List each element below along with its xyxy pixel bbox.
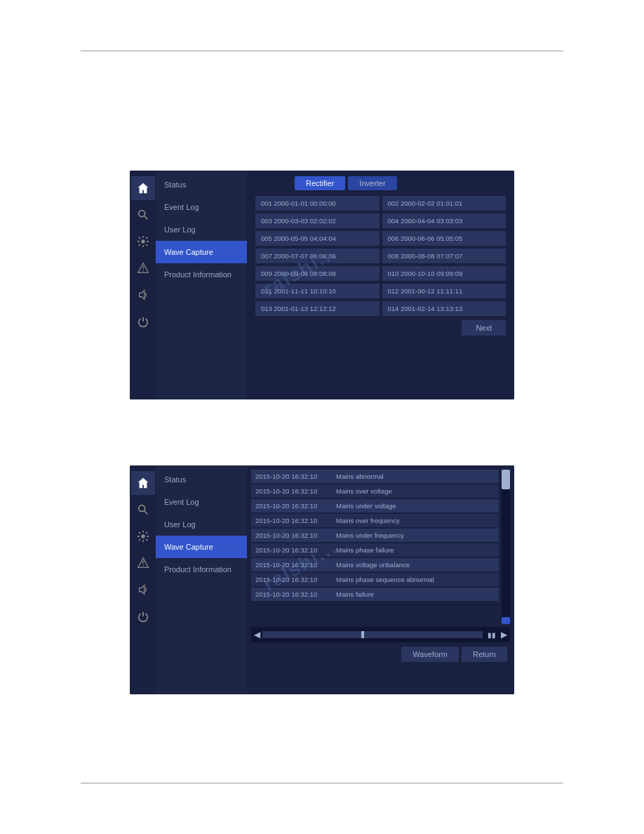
event-row-2[interactable]: 2015-10-20 16:32:10 Mains under voltage bbox=[251, 499, 499, 512]
sidebar-icon-volume-b[interactable] bbox=[131, 578, 155, 602]
event-time-8: 2015-10-20 16:32:10 bbox=[255, 590, 336, 598]
main-content-bottom: 2015-10-20 16:32:10 Mains abnormal 2015-… bbox=[247, 465, 514, 694]
event-row-1[interactable]: 2015-10-20 16:32:10 Mains over voltage bbox=[251, 484, 499, 498]
progress-right-arrow[interactable]: ▶ bbox=[501, 630, 507, 640]
nav-item-userlog-b[interactable]: User Log bbox=[156, 513, 247, 536]
date-btn-3[interactable]: 004 2000-04-04 03:03:03 bbox=[382, 213, 507, 228]
svg-marker-3 bbox=[139, 291, 144, 300]
nav-item-productinfo[interactable]: Product Information bbox=[156, 263, 247, 286]
progress-indicator bbox=[361, 631, 364, 638]
power-icon bbox=[137, 315, 149, 328]
sidebar-icon-volume[interactable] bbox=[131, 283, 155, 307]
search-icon-b bbox=[137, 503, 149, 516]
top-line bbox=[81, 51, 563, 51]
panel-top: Status Event Log User Log Wave Capture P… bbox=[130, 171, 514, 399]
event-time-1: 2015-10-20 16:32:10 bbox=[255, 487, 336, 495]
progress-bar[interactable] bbox=[262, 631, 483, 638]
svg-marker-7 bbox=[139, 585, 144, 595]
date-btn-7[interactable]: 008 2000-08-08 07:07:07 bbox=[382, 249, 507, 263]
return-button[interactable]: Return bbox=[462, 647, 507, 662]
svg-line-1 bbox=[144, 216, 147, 220]
nav-item-status-b[interactable]: Status bbox=[156, 468, 247, 491]
search-icon bbox=[137, 208, 149, 221]
event-time-2: 2015-10-20 16:32:10 bbox=[255, 502, 336, 510]
panel-bottom: Status Event Log User Log Wave Capture P… bbox=[130, 465, 514, 694]
sidebar-icon-search[interactable] bbox=[131, 203, 155, 227]
event-desc-8: Mains failure bbox=[336, 590, 374, 598]
event-row-7[interactable]: 2015-10-20 16:32:10 Mains phase sequence… bbox=[251, 573, 499, 586]
tab-row: Rectifier Inverter bbox=[253, 176, 509, 190]
date-btn-0[interactable]: 001 2000-01-01 00:00:00 bbox=[255, 196, 380, 211]
nav-item-status[interactable]: Status bbox=[156, 173, 247, 196]
volume-icon-b bbox=[137, 583, 149, 596]
nav-item-eventlog[interactable]: Event Log bbox=[156, 196, 247, 218]
nav-menu-top: Status Event Log User Log Wave Capture P… bbox=[156, 171, 247, 399]
event-desc-4: Mains under frequency bbox=[336, 531, 404, 539]
event-list-wrapper: 2015-10-20 16:32:10 Mains abnormal 2015-… bbox=[251, 470, 499, 624]
svg-point-0 bbox=[138, 211, 145, 217]
event-time-5: 2015-10-20 16:32:10 bbox=[255, 546, 336, 554]
home-icon-b bbox=[137, 477, 149, 489]
event-row-4[interactable]: 2015-10-20 16:32:10 Mains under frequenc… bbox=[251, 529, 499, 542]
alert-icon bbox=[137, 262, 149, 274]
nav-item-eventlog-b[interactable]: Event Log bbox=[156, 491, 247, 513]
event-desc-0: Mains abnormal bbox=[336, 472, 384, 480]
main-content-top: Rectifier Inverter 001 2000-01-01 00:00:… bbox=[247, 171, 514, 399]
event-row-8[interactable]: 2015-10-20 16:32:10 Mains failure bbox=[251, 588, 499, 601]
date-btn-9[interactable]: 010 2000-10-10 09:09:09 bbox=[382, 266, 507, 281]
event-row-5[interactable]: 2015-10-20 16:32:10 Mains phase failure bbox=[251, 543, 499, 557]
nav-item-wavecapture[interactable]: Wave Capture bbox=[156, 241, 247, 263]
sidebar-icon-search-b[interactable] bbox=[131, 498, 155, 522]
event-row-3[interactable]: 2015-10-20 16:32:10 Mains over frequency bbox=[251, 514, 499, 527]
progress-area: ◀ ▮▮ ▶ bbox=[251, 627, 510, 642]
home-icon bbox=[137, 182, 149, 194]
page-container: Status Event Log User Log Wave Capture P… bbox=[0, 0, 644, 834]
progress-left-arrow[interactable]: ◀ bbox=[254, 630, 260, 640]
event-desc-5: Mains phase failure bbox=[336, 546, 394, 554]
sidebar-bottom bbox=[130, 465, 156, 694]
date-btn-11[interactable]: 012 2001-00-12 11:11:11 bbox=[382, 284, 507, 298]
gear-icon bbox=[137, 235, 149, 248]
sidebar-icon-alert-b[interactable] bbox=[131, 551, 155, 575]
sidebar-icon-settings-b[interactable] bbox=[131, 524, 155, 548]
alert-icon-b bbox=[137, 557, 149, 569]
date-btn-12[interactable]: 013 2001-01-13 12:12:12 bbox=[255, 301, 380, 316]
next-button[interactable]: Next bbox=[462, 320, 506, 336]
date-btn-4[interactable]: 005 2000-05-05 04:04:04 bbox=[255, 231, 380, 246]
scrollbar[interactable] bbox=[502, 470, 510, 624]
date-btn-2[interactable]: 003 2000-03-03 02:02:02 bbox=[255, 213, 380, 228]
scrollbar-bottom-arrow[interactable] bbox=[502, 617, 510, 624]
nav-item-wavecapture-b[interactable]: Wave Capture bbox=[156, 536, 247, 558]
next-btn-row: Next bbox=[253, 316, 509, 336]
sidebar-icon-power-b[interactable] bbox=[131, 604, 155, 628]
svg-point-2 bbox=[141, 239, 145, 243]
volume-icon bbox=[137, 289, 149, 301]
event-list-area: 2015-10-20 16:32:10 Mains abnormal 2015-… bbox=[251, 470, 510, 624]
event-row-0[interactable]: 2015-10-20 16:32:10 Mains abnormal bbox=[251, 470, 499, 483]
sidebar-icon-settings[interactable] bbox=[131, 230, 155, 253]
progress-pause-btn[interactable]: ▮▮ bbox=[485, 631, 499, 639]
waveform-button[interactable]: Waveform bbox=[401, 647, 459, 662]
date-btn-5[interactable]: 006 2000-06-06 05:05:05 bbox=[382, 231, 507, 246]
date-btn-6[interactable]: 007 2000-07-07 06:06:06 bbox=[255, 249, 380, 263]
scrollbar-thumb bbox=[502, 470, 510, 489]
date-btn-8[interactable]: 009 2000-09-09 08:08:08 bbox=[255, 266, 380, 281]
tab-inverter[interactable]: Inverter bbox=[348, 176, 396, 190]
date-btn-1[interactable]: 002 2000-02-02 01:01:01 bbox=[382, 196, 507, 211]
sidebar-icon-home-b[interactable] bbox=[131, 471, 155, 495]
date-btn-13[interactable]: 014 2001-02-14 13:13:13 bbox=[382, 301, 507, 316]
sidebar-top bbox=[130, 171, 156, 399]
bottom-line bbox=[81, 783, 563, 783]
event-desc-2: Mains under voltage bbox=[336, 502, 396, 510]
sidebar-icon-home[interactable] bbox=[131, 176, 155, 200]
event-row-6[interactable]: 2015-10-20 16:32:10 Mains voltage unbala… bbox=[251, 558, 499, 571]
sidebar-icon-power[interactable] bbox=[131, 310, 155, 333]
svg-point-4 bbox=[138, 505, 145, 512]
event-time-4: 2015-10-20 16:32:10 bbox=[255, 531, 336, 539]
tab-rectifier[interactable]: Rectifier bbox=[295, 176, 345, 190]
nav-item-productinfo-b[interactable]: Product Information bbox=[156, 558, 247, 581]
nav-item-userlog[interactable]: User Log bbox=[156, 218, 247, 241]
sidebar-icon-alert[interactable] bbox=[131, 256, 155, 280]
date-btn-10[interactable]: 011 2001-11-11 10:10:10 bbox=[255, 284, 380, 298]
event-desc-7: Mains phase sequence abnormal bbox=[336, 576, 434, 583]
